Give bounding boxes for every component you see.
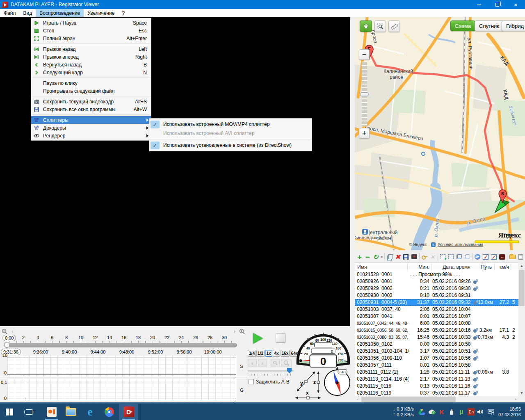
vertical-scroll-thumb[interactable] — [519, 270, 525, 306]
table-row[interactable]: 02051051_0103-104, 107 (6)3:1705.02.2016… — [355, 348, 518, 355]
speed-4x-button[interactable]: 4x — [273, 350, 280, 357]
map-zoom-handle[interactable] — [360, 92, 369, 96]
ruler-tool-button[interactable] — [388, 21, 400, 32]
seek-thumb[interactable] — [4, 342, 10, 348]
taskbar-app-chrome[interactable] — [100, 404, 119, 420]
backup-button[interactable] — [411, 252, 418, 262]
cut-button[interactable]: ✕ — [429, 252, 436, 262]
table-row[interactable]: 02050930_00030:1005.02.2016 09:31 — [355, 292, 518, 299]
column-path[interactable]: Путь — [478, 263, 492, 271]
video-export-button[interactable]: ↔ — [498, 252, 506, 262]
timeline-zoom-in-button[interactable] — [238, 328, 246, 335]
timeline-zoom-out-button[interactable] — [1, 328, 8, 335]
zoom-slider-track[interactable] — [248, 370, 294, 372]
toolbar-dropdown-button[interactable]: ■ — [380, 252, 383, 262]
scroll-right-button[interactable]: › — [513, 396, 519, 402]
timeline-scroll-right-button[interactable]: › — [231, 328, 238, 335]
menu-item-play-pause[interactable]: Играть / Пауза Space — [31, 19, 151, 27]
open-folder-button[interactable] — [509, 252, 516, 262]
speed-quarter-button[interactable]: 1/4 — [248, 350, 256, 357]
prev-file-button[interactable]: ‹ — [248, 359, 257, 367]
menu-help[interactable]: ? — [118, 9, 128, 17]
scroll-down-button[interactable]: ▼ — [518, 390, 525, 396]
taskbar-clock[interactable]: 18:55 07.03.2016 — [498, 406, 521, 418]
google-drive-tray-icon[interactable] — [417, 404, 427, 420]
menu-item-stop[interactable]: Стоп Esc — [31, 27, 151, 34]
horizontal-scroll-thumb[interactable] — [361, 397, 456, 402]
chart-add-button[interactable] — [490, 252, 498, 262]
selection-button[interactable] — [447, 252, 454, 262]
playhead-line[interactable] — [26, 355, 26, 401]
restore-button[interactable] — [488, 0, 507, 9]
table-vertical-scrollbar[interactable]: ▲ ▼ — [518, 262, 525, 396]
menu-item-decoders[interactable]: CODEC Декодеры — [31, 124, 151, 132]
speed-half-button[interactable]: 1/2 — [256, 350, 265, 357]
action-center-button[interactable] — [486, 404, 496, 420]
table-row[interactable]: 02051007_00410:0105.02.2016 10:07 — [355, 313, 518, 320]
language-indicator[interactable]: En — [466, 404, 476, 420]
timeline-scroll-left-button[interactable]: ‹ — [9, 328, 16, 335]
speed-16x-button[interactable]: 16x — [281, 350, 290, 357]
menu-item-play-next-file[interactable]: Проигрывать следующий файл — [31, 87, 151, 95]
table-row[interactable]: 02051115_01180:1305.02.2016 11:16 — [355, 383, 518, 390]
table-row[interactable]: 02051116_01190:3705.02.2016 11:17 — [355, 390, 518, 397]
table-row[interactable]: 02050929_00020:2105.02.2016 09:30 — [355, 285, 518, 292]
menu-item-pause-on-click[interactable]: Пауза по клику — [31, 79, 151, 87]
report-button[interactable] — [517, 252, 524, 262]
remove-file-button[interactable]: − — [364, 252, 371, 262]
zoom-slider-handle[interactable] — [287, 368, 292, 373]
menu-item-save-window[interactable]: Сохранить все окно программы Alt+W — [31, 105, 151, 113]
google-earth-button[interactable] — [474, 252, 481, 262]
column-datetime[interactable]: Дата, время — [432, 263, 481, 271]
submenu-item-directshow[interactable]: ✓ Использовать установленные в системе (… — [149, 141, 312, 150]
zoom-select-tool-button[interactable] — [374, 21, 386, 32]
menu-zoom[interactable]: Увеличение — [84, 9, 118, 17]
stop-button[interactable] — [276, 333, 285, 343]
table-row[interactable]: 02051057_01110:0105.02.2016 10:58 — [355, 362, 518, 369]
play-button[interactable] — [253, 333, 263, 344]
column-speed[interactable]: км/ч — [495, 263, 509, 271]
table-row[interactable]: 02051015_0056, 58, 60, 62, 64, 71, 75 (.… — [355, 327, 518, 334]
map-layer-hybrid-button[interactable]: Гибрид — [502, 21, 525, 31]
table-row[interactable]: 01021528_0001 . . . Просмотр 99% . . . — [355, 271, 518, 278]
menu-item-renderer[interactable]: Рендерер — [31, 132, 151, 139]
speed-1x-button[interactable]: 1x — [265, 350, 272, 357]
table-horizontal-scrollbar[interactable]: ‹ › — [355, 396, 525, 402]
table-row-selected[interactable]: 02050931_0004-5 (33)31:3705.02.2016 09:3… — [355, 299, 518, 306]
taskbar-app-datakam[interactable]: D — [119, 404, 138, 420]
usb-tray-icon[interactable] — [447, 404, 457, 420]
graph-divider[interactable] — [0, 377, 248, 378]
submenu-item-mov-mp4[interactable]: ✓ Использовать встроенный MOV/MP4 сплитт… — [149, 120, 312, 129]
close-button[interactable]: × — [507, 0, 525, 9]
column-name[interactable]: Имя — [357, 263, 367, 271]
menu-item-jump-back[interactable]: Прыжок назад Left — [31, 45, 151, 53]
start-button[interactable] — [0, 404, 19, 420]
track-chart-button[interactable] — [482, 252, 489, 262]
table-row[interactable]: 02051033_0080, 83, 85, 87, 93, 96 (22)15… — [355, 334, 518, 341]
utorrent-tray-icon[interactable]: µ — [457, 404, 466, 420]
loop-ab-checkbox[interactable] — [249, 379, 254, 384]
menu-item-save-frame[interactable]: Сохранить текущий видеокадр Alt+S — [31, 98, 151, 105]
map-panel[interactable]: просп. Калининский район ул. Руставели К… — [355, 17, 525, 250]
table-row[interactable]: 02051003_0037, 402:0605.02.2016 10:04 — [355, 306, 518, 313]
minimize-button[interactable] — [470, 0, 488, 9]
column-minutes[interactable]: Мин. — [408, 263, 429, 271]
group-button[interactable] — [455, 252, 463, 262]
next-file-button[interactable]: › — [258, 359, 267, 367]
save-file-button[interactable] — [402, 252, 410, 262]
map-layer-satellite-button[interactable]: Спутник — [475, 21, 504, 31]
route-end-marker[interactable]: S — [491, 189, 511, 215]
menu-playback[interactable]: Воспроизведение — [36, 9, 84, 17]
table-row[interactable]: 02050926_00010:3405.02.2016 09:26 — [355, 278, 518, 285]
table-header[interactable]: Имя Мин. Дата, время Путь км/ч — [355, 263, 518, 271]
map-zoom-out-button[interactable]: − — [359, 49, 370, 60]
kaspersky-tray-icon[interactable]: K — [437, 404, 447, 420]
task-view-button[interactable] — [19, 404, 39, 420]
pan-tool-button[interactable] — [360, 21, 372, 32]
zoom-large-button[interactable] — [281, 359, 292, 367]
table-row[interactable]: 02051050_01020:0005.02.2016 10:50 — [355, 341, 518, 348]
terms-link[interactable]: Условия использования — [438, 242, 483, 247]
delete-button[interactable]: ✖ — [394, 252, 402, 262]
menu-item-next-frame[interactable]: Следующий кадр N — [31, 68, 151, 76]
map-layer-scheme-button[interactable]: Схема — [450, 21, 475, 31]
